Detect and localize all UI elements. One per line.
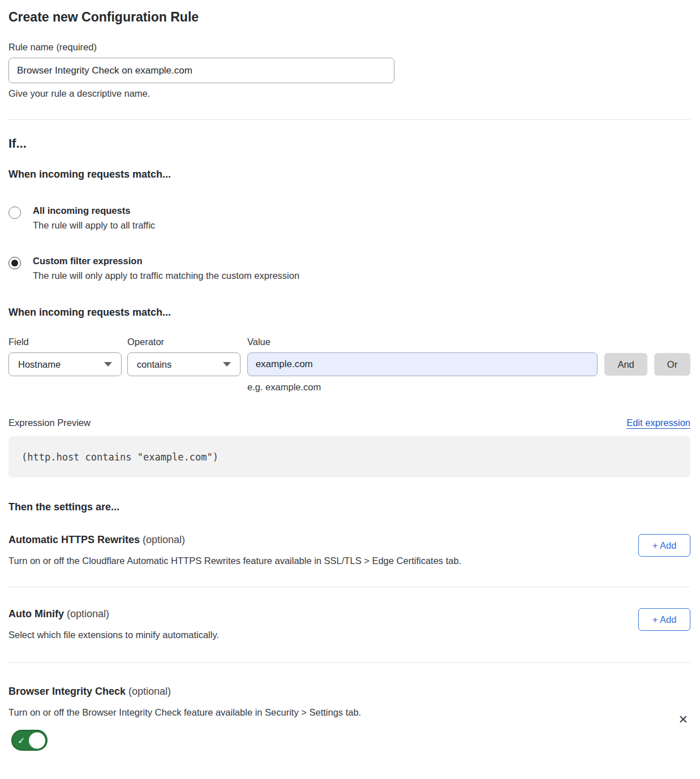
match-heading-1: When incoming requests match... — [8, 169, 690, 180]
chevron-down-icon — [104, 362, 112, 367]
expression-code: (http.host contains "example.com") — [22, 451, 218, 463]
setting-automatic-https-rewrites: Automatic HTTPS Rewrites (optional) Turn… — [8, 534, 690, 566]
page-title: Create new Configuration Rule — [8, 10, 690, 25]
rule-name-input[interactable] — [8, 58, 394, 83]
radio-option-custom-filter[interactable]: Custom filter expression The rule will o… — [8, 256, 690, 281]
setting-title: Automatic HTTPS Rewrites (optional) — [8, 534, 461, 546]
expression-builder-labels: Field Operator Value — [8, 337, 690, 347]
match-heading-2: When incoming requests match... — [8, 307, 690, 319]
setting-description: Select which file extensions to minify a… — [8, 630, 219, 640]
value-helper: e.g. example.com — [247, 382, 690, 393]
operator-label: Operator — [127, 337, 241, 347]
setting-description: Turn on or off the Cloudflare Automatic … — [8, 556, 461, 566]
or-button[interactable]: Or — [654, 353, 690, 376]
setting-title-text: Automatic HTTPS Rewrites — [8, 534, 140, 545]
rule-name-label: Rule name (required) — [8, 42, 690, 53]
then-heading: Then the settings are... — [8, 501, 690, 513]
add-auto-minify-button[interactable]: + Add — [638, 608, 690, 631]
setting-title: Browser Integrity Check (optional) — [8, 686, 361, 698]
setting-auto-minify: Auto Minify (optional) Select which file… — [8, 608, 690, 640]
browser-integrity-check-toggle[interactable]: ✓ — [11, 730, 48, 751]
setting-divider — [8, 662, 690, 663]
field-label: Field — [8, 337, 122, 347]
setting-browser-integrity-check: Browser Integrity Check (optional) Turn … — [8, 686, 690, 753]
section-divider — [8, 119, 690, 120]
expression-preview-label: Expression Preview — [8, 418, 91, 428]
chevron-down-icon — [223, 362, 231, 367]
operator-select[interactable]: contains — [127, 352, 241, 376]
value-label: Value — [247, 337, 598, 347]
expression-builder-row: Hostname contains And Or — [8, 352, 690, 376]
expression-preview-code-block: (http.host contains "example.com") — [8, 436, 690, 477]
setting-optional-text: (optional) — [140, 534, 185, 545]
field-select-value: Hostname — [18, 359, 61, 370]
value-input[interactable] — [247, 352, 598, 376]
setting-divider — [8, 587, 690, 587]
radio-label: Custom filter expression — [33, 256, 299, 266]
setting-title: Auto Minify (optional) — [8, 608, 219, 620]
field-select[interactable]: Hostname — [8, 352, 122, 376]
edit-expression-link[interactable]: Edit expression — [626, 418, 690, 429]
and-button[interactable]: And — [604, 353, 647, 376]
toggle-knob — [29, 732, 45, 748]
create-configuration-rule-form: Create new Configuration Rule Rule name … — [0, 10, 700, 753]
operator-select-value: contains — [137, 359, 171, 370]
setting-optional-text: (optional) — [126, 686, 171, 697]
checkmark-icon: ✓ — [18, 735, 25, 746]
radio-button-unselected[interactable] — [8, 206, 21, 219]
add-automatic-https-rewrites-button[interactable]: + Add — [638, 534, 690, 557]
setting-title-text: Auto Minify — [8, 608, 64, 619]
radio-description: The rule will only apply to traffic matc… — [33, 270, 299, 281]
close-icon[interactable]: ✕ — [676, 687, 690, 753]
rule-name-helper: Give your rule a descriptive name. — [8, 88, 690, 99]
if-heading: If... — [8, 136, 690, 151]
radio-button-selected[interactable] — [8, 257, 21, 269]
expression-preview-header: Expression Preview Edit expression — [8, 418, 690, 429]
setting-title-text: Browser Integrity Check — [8, 686, 126, 697]
setting-description: Turn on or off the Browser Integrity Che… — [8, 707, 361, 718]
radio-label: All incoming requests — [33, 205, 155, 216]
radio-option-all-requests[interactable]: All incoming requests The rule will appl… — [8, 205, 690, 231]
radio-description: The rule will apply to all traffic — [33, 220, 155, 231]
setting-optional-text: (optional) — [64, 608, 109, 619]
